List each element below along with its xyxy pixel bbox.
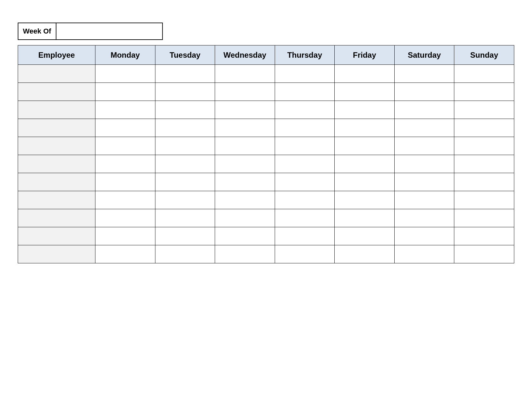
table-row	[18, 173, 514, 191]
day-cell[interactable]	[454, 155, 514, 173]
day-cell[interactable]	[454, 191, 514, 209]
day-cell[interactable]	[275, 137, 335, 155]
day-cell[interactable]	[275, 209, 335, 227]
day-cell[interactable]	[95, 101, 155, 119]
day-cell[interactable]	[155, 173, 215, 191]
day-cell[interactable]	[95, 245, 155, 263]
table-row	[18, 137, 514, 155]
day-cell[interactable]	[335, 65, 395, 83]
day-cell[interactable]	[394, 173, 454, 191]
day-cell[interactable]	[95, 227, 155, 245]
day-cell[interactable]	[335, 209, 395, 227]
day-cell[interactable]	[275, 83, 335, 101]
day-cell[interactable]	[454, 101, 514, 119]
day-cell[interactable]	[335, 245, 395, 263]
day-cell[interactable]	[335, 191, 395, 209]
day-cell[interactable]	[275, 155, 335, 173]
header-friday: Friday	[335, 45, 395, 65]
day-cell[interactable]	[215, 227, 275, 245]
day-cell[interactable]	[394, 83, 454, 101]
day-cell[interactable]	[335, 173, 395, 191]
day-cell[interactable]	[215, 209, 275, 227]
day-cell[interactable]	[275, 101, 335, 119]
day-cell[interactable]	[335, 227, 395, 245]
day-cell[interactable]	[394, 137, 454, 155]
day-cell[interactable]	[215, 119, 275, 137]
employee-cell[interactable]	[18, 101, 95, 119]
day-cell[interactable]	[394, 191, 454, 209]
day-cell[interactable]	[454, 227, 514, 245]
day-cell[interactable]	[275, 245, 335, 263]
day-cell[interactable]	[95, 137, 155, 155]
day-cell[interactable]	[215, 173, 275, 191]
week-of-field: Week Of	[18, 23, 514, 40]
day-cell[interactable]	[155, 245, 215, 263]
day-cell[interactable]	[275, 119, 335, 137]
employee-cell[interactable]	[18, 209, 95, 227]
day-cell[interactable]	[155, 119, 215, 137]
day-cell[interactable]	[454, 209, 514, 227]
day-cell[interactable]	[215, 65, 275, 83]
day-cell[interactable]	[454, 245, 514, 263]
day-cell[interactable]	[155, 83, 215, 101]
day-cell[interactable]	[454, 137, 514, 155]
day-cell[interactable]	[394, 245, 454, 263]
day-cell[interactable]	[275, 227, 335, 245]
day-cell[interactable]	[215, 101, 275, 119]
table-row	[18, 209, 514, 227]
day-cell[interactable]	[454, 173, 514, 191]
day-cell[interactable]	[155, 155, 215, 173]
day-cell[interactable]	[215, 245, 275, 263]
day-cell[interactable]	[95, 83, 155, 101]
day-cell[interactable]	[394, 227, 454, 245]
day-cell[interactable]	[275, 173, 335, 191]
employee-cell[interactable]	[18, 245, 95, 263]
day-cell[interactable]	[215, 83, 275, 101]
day-cell[interactable]	[155, 137, 215, 155]
employee-cell[interactable]	[18, 137, 95, 155]
employee-cell[interactable]	[18, 173, 95, 191]
schedule-table: Employee Monday Tuesday Wednesday Thursd…	[18, 45, 514, 263]
day-cell[interactable]	[335, 101, 395, 119]
employee-cell[interactable]	[18, 227, 95, 245]
day-cell[interactable]	[275, 65, 335, 83]
week-of-value[interactable]	[56, 23, 163, 40]
day-cell[interactable]	[454, 119, 514, 137]
week-of-label: Week Of	[18, 23, 56, 40]
employee-cell[interactable]	[18, 83, 95, 101]
day-cell[interactable]	[215, 137, 275, 155]
day-cell[interactable]	[394, 119, 454, 137]
day-cell[interactable]	[95, 191, 155, 209]
table-row	[18, 101, 514, 119]
day-cell[interactable]	[95, 209, 155, 227]
day-cell[interactable]	[394, 101, 454, 119]
day-cell[interactable]	[394, 65, 454, 83]
day-cell[interactable]	[335, 137, 395, 155]
day-cell[interactable]	[155, 191, 215, 209]
day-cell[interactable]	[95, 65, 155, 83]
day-cell[interactable]	[335, 155, 395, 173]
day-cell[interactable]	[215, 155, 275, 173]
day-cell[interactable]	[394, 155, 454, 173]
day-cell[interactable]	[394, 209, 454, 227]
day-cell[interactable]	[95, 119, 155, 137]
day-cell[interactable]	[95, 155, 155, 173]
day-cell[interactable]	[155, 65, 215, 83]
employee-cell[interactable]	[18, 119, 95, 137]
day-cell[interactable]	[155, 101, 215, 119]
day-cell[interactable]	[335, 119, 395, 137]
day-cell[interactable]	[454, 65, 514, 83]
employee-cell[interactable]	[18, 191, 95, 209]
day-cell[interactable]	[454, 83, 514, 101]
schedule-body	[18, 65, 514, 263]
employee-cell[interactable]	[18, 155, 95, 173]
table-row	[18, 65, 514, 83]
day-cell[interactable]	[155, 209, 215, 227]
header-monday: Monday	[95, 45, 155, 65]
day-cell[interactable]	[275, 191, 335, 209]
day-cell[interactable]	[95, 173, 155, 191]
day-cell[interactable]	[215, 191, 275, 209]
employee-cell[interactable]	[18, 65, 95, 83]
day-cell[interactable]	[335, 83, 395, 101]
day-cell[interactable]	[155, 227, 215, 245]
